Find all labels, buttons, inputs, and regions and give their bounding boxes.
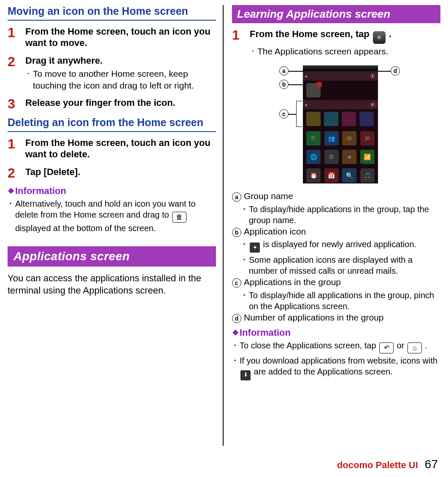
step-instruction: Release your finger from the icon. (25, 97, 216, 109)
step-instruction: From the Home screen, touch an icon you … (25, 26, 216, 49)
callout-a: a (279, 66, 289, 75)
legend-a: a Group name (232, 190, 440, 202)
page-number: 67 (425, 458, 438, 471)
callout-d: d (391, 66, 400, 75)
step-number: 1 (232, 28, 250, 57)
move-step-1: 1 From the Home screen, touch an icon yo… (8, 26, 216, 49)
step-instruction: From the Home screen, touch an icon you … (25, 137, 216, 160)
back-key-icon: ↶ (379, 342, 394, 353)
legend-note: ✦ is displayed for newly arrived applica… (249, 239, 440, 253)
information-text: Alternatively, touch and hold an icon yo… (15, 198, 216, 234)
delete-step-2: 2 Tap [Delete]. (8, 166, 216, 180)
step-instruction: Drag it anywhere. (25, 55, 216, 67)
step-number: 1 (8, 26, 25, 49)
heading-moving-icon: Moving an icon on the Home screen (8, 5, 216, 21)
information-heading: ❖Information (232, 327, 440, 338)
step-number: 1 (8, 137, 25, 160)
bullet-dot: ･ (232, 355, 240, 380)
footer-section-label: docomo Palette UI (337, 460, 418, 471)
legend-b: b Application icon (232, 226, 440, 237)
information-text: To close the Applications screen, tap ↶ … (240, 340, 440, 353)
step-number: 3 (8, 97, 25, 110)
delete-step-1: 1 From the Home screen, touch an icon yo… (8, 137, 216, 160)
diamond-icon: ❖ (232, 328, 239, 337)
move-step-2: 2 Drag it anywhere. ･ To move to another… (8, 55, 216, 91)
step-number: 2 (8, 166, 25, 180)
legend-note: To display/hide applications in the grou… (249, 204, 440, 226)
step-instruction: Tap [Delete]. (25, 166, 216, 178)
bullet-dot: ･ (232, 340, 240, 353)
step-instruction: From the Home screen, tap ≡ . (250, 28, 440, 44)
home-key-icon: ⌂ (408, 342, 422, 353)
applications-screenshot: ▸1 ▸4 ✆👥✉✉ 🌐⚙★📶 ⏰📅🔍🎵 (232, 63, 440, 184)
bullet-dot: ･ (25, 68, 33, 91)
learn-step-1: 1 From the Home screen, tap ≡ . ･ The Ap… (232, 28, 440, 57)
bullet-dot: ･ (241, 239, 249, 253)
legend-note: To display/hide all applications in the … (249, 290, 440, 312)
page-footer: docomo Palette UI 67 (337, 458, 438, 471)
left-column: Moving an icon on the Home screen 1 From… (8, 5, 216, 447)
step-note: The Applications screen appears. (257, 46, 440, 57)
information-heading: ❖Information (8, 186, 216, 197)
applications-screen-description: You can access the applications installe… (8, 272, 216, 296)
callout-b: b (279, 80, 289, 89)
bullet-dot: ･ (241, 204, 249, 226)
column-divider (223, 5, 224, 446)
bullet-dot: ･ (250, 46, 257, 57)
legend-note: Some application icons are displayed wit… (249, 254, 440, 276)
legend-c: c Applications in the group (232, 276, 440, 288)
new-badge-icon: ✦ (250, 243, 260, 253)
phone-mock: ▸1 ▸4 ✆👥✉✉ 🌐⚙★📶 ⏰📅🔍🎵 (303, 65, 378, 183)
download-badge-icon: ⬇ (240, 370, 251, 380)
right-column: Learning Applications screen 1 From the … (232, 5, 440, 447)
diamond-icon: ❖ (8, 186, 14, 196)
apps-launcher-icon: ≡ (373, 31, 386, 44)
bullet-dot: ･ (241, 254, 249, 276)
heading-deleting-icon: Deleting an icon from the Home screen (8, 116, 216, 132)
bullet-dot: ･ (8, 198, 15, 234)
bullet-dot: ･ (241, 290, 249, 312)
step-note: To move to another Home screen, keep tou… (33, 68, 216, 91)
move-step-3: 3 Release your finger from the icon. (8, 97, 216, 110)
legend-d: d Number of applications in the group (232, 312, 440, 323)
applications-screen-banner: Applications screen (8, 246, 216, 267)
callout-c: c (279, 109, 289, 119)
step-number: 2 (8, 55, 25, 91)
trash-icon: 🗑 (172, 212, 186, 223)
learning-applications-banner: Learning Applications screen (232, 5, 440, 23)
information-text: If you download applications from websit… (240, 355, 440, 380)
